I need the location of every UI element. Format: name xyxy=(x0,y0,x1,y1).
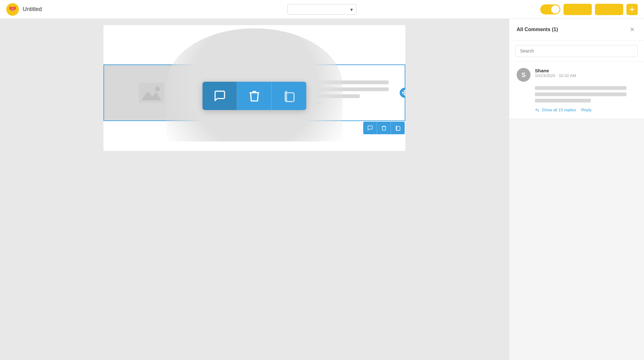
svg-point-18 xyxy=(155,86,160,91)
toggle-button[interactable] xyxy=(540,4,560,14)
comment-header: S Shane 10/23/2020 · 10:32 AM xyxy=(517,68,636,82)
reply-button[interactable]: Reply xyxy=(581,108,591,112)
dropdown-wrap: ▾ xyxy=(287,4,357,15)
comment-lines xyxy=(517,86,636,102)
delete-button-big[interactable] xyxy=(237,82,272,110)
copy-button-small[interactable] xyxy=(391,122,405,134)
delete-button-small[interactable] xyxy=(377,122,391,134)
block-toolbar-big xyxy=(203,82,306,110)
search-input[interactable] xyxy=(515,45,638,57)
svg-point-7 xyxy=(14,6,16,9)
show-replies-button[interactable]: Show all 15 replies xyxy=(535,108,576,112)
panel-bottom xyxy=(509,119,644,360)
comment-section: S Shane 10/23/2020 · 10:32 AM Show all 1… xyxy=(509,62,644,119)
comment-line-2 xyxy=(535,92,626,96)
view-dropdown[interactable] xyxy=(287,4,357,15)
comment-actions: Show all 15 replies Reply xyxy=(517,108,636,112)
action-button-1[interactable] xyxy=(564,4,592,15)
topbar-actions xyxy=(540,4,638,15)
svg-rect-19 xyxy=(397,127,400,130)
magnify-overlay xyxy=(166,28,342,141)
comment-line-3 xyxy=(535,99,591,102)
main-layout: contact monkey xyxy=(0,19,644,360)
comment-meta: Shane 10/23/2020 · 10:32 AM xyxy=(535,68,636,78)
svg-rect-20 xyxy=(286,93,294,102)
panel-title: All Comments (1) xyxy=(517,27,558,32)
topbar-center: ▾ xyxy=(287,4,357,15)
comment-button-big[interactable] xyxy=(203,82,237,110)
comment-time: 10/23/2020 · 10:32 AM xyxy=(535,73,636,78)
action-button-2[interactable] xyxy=(595,4,623,15)
toggle-knob xyxy=(551,5,559,14)
page-title: Untitled xyxy=(23,6,540,13)
app-logo xyxy=(6,3,19,16)
close-icon: ✕ xyxy=(630,26,635,33)
commenter-name: Shane xyxy=(535,68,636,73)
panel-header: All Comments (1) ✕ xyxy=(509,19,644,41)
search-section xyxy=(509,41,644,62)
avatar: S xyxy=(517,68,530,82)
canvas-area: contact monkey xyxy=(0,19,509,360)
topbar: Untitled ▾ xyxy=(0,0,644,19)
avatar-initial: S xyxy=(521,71,525,79)
comment-line-1 xyxy=(535,86,626,90)
right-panel: All Comments (1) ✕ S Shane 10/23/2020 · … xyxy=(509,19,644,360)
comment-button-small[interactable] xyxy=(363,122,377,134)
action-button-3[interactable] xyxy=(626,4,638,15)
block-toolbar-small xyxy=(363,122,405,134)
svg-point-6 xyxy=(9,6,12,9)
close-button[interactable]: ✕ xyxy=(628,25,636,34)
show-replies-label: Show all 15 replies xyxy=(542,108,576,112)
copy-button-big[interactable] xyxy=(272,82,306,110)
